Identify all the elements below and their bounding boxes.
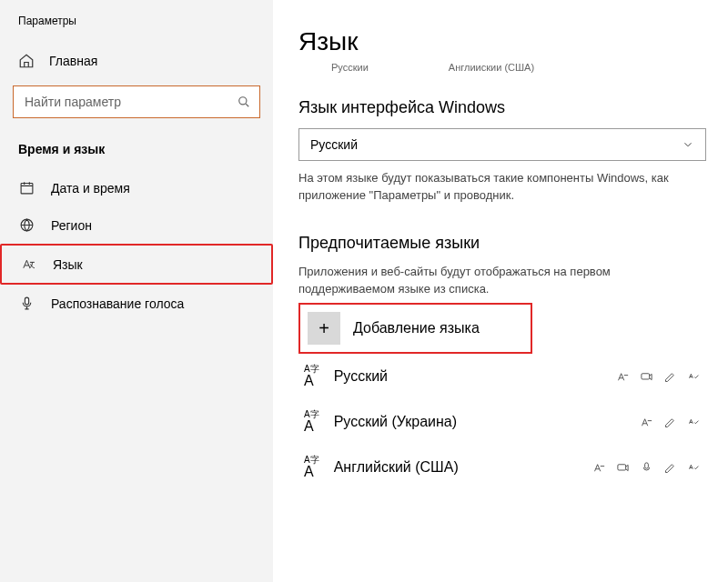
summary-left: Русскии bbox=[331, 62, 369, 73]
display-lang-badge-icon bbox=[592, 460, 606, 475]
add-language-button[interactable]: + Добавление языка bbox=[298, 303, 532, 354]
svg-rect-1 bbox=[21, 184, 33, 194]
app-title: Параметры bbox=[0, 9, 273, 44]
tts-badge-icon bbox=[615, 460, 630, 475]
search-input[interactable] bbox=[13, 85, 260, 118]
svg-rect-5 bbox=[617, 465, 625, 470]
microphone-icon bbox=[18, 296, 35, 311]
lang-name: Английский (США) bbox=[334, 459, 459, 476]
display-lang-select[interactable]: Русский bbox=[298, 128, 706, 161]
language-glyph-icon: A字A bbox=[304, 410, 319, 434]
sidebar-section-header: Время и язык bbox=[0, 135, 273, 169]
home-icon bbox=[18, 53, 35, 69]
handwriting-badge-icon bbox=[662, 415, 677, 429]
lang-item-english-us[interactable]: A字A Английский (США) bbox=[298, 445, 706, 490]
display-lang-header: Язык интерфейса Windows bbox=[298, 98, 706, 117]
sidebar-item-label: Распознавание голоса bbox=[51, 296, 184, 311]
add-language-label: Добавление языка bbox=[353, 320, 480, 336]
lang-name: Русский (Украина) bbox=[334, 414, 457, 430]
display-lang-badge-icon bbox=[639, 415, 653, 429]
language-summary: Русскии Англиискии (США) bbox=[331, 62, 706, 73]
svg-rect-4 bbox=[641, 374, 649, 379]
svg-rect-6 bbox=[644, 463, 648, 468]
sidebar-item-home[interactable]: Главная bbox=[0, 44, 273, 78]
lang-item-russian[interactable]: A字A Русский bbox=[298, 354, 706, 399]
speech-badge-icon bbox=[639, 460, 653, 475]
sidebar-item-label: Регион bbox=[51, 218, 92, 233]
lang-feature-badges bbox=[615, 369, 701, 384]
sidebar-item-region[interactable]: Регион bbox=[0, 206, 273, 244]
home-label: Главная bbox=[49, 54, 97, 68]
spellcheck-badge-icon bbox=[686, 369, 701, 384]
chevron-down-icon bbox=[682, 138, 694, 151]
svg-rect-3 bbox=[25, 297, 28, 305]
spellcheck-badge-icon bbox=[686, 415, 701, 429]
handwriting-badge-icon bbox=[662, 460, 677, 475]
search-wrap bbox=[13, 85, 260, 118]
plus-icon: + bbox=[308, 312, 340, 345]
language-icon bbox=[20, 256, 36, 272]
sidebar-item-speech[interactable]: Распознавание голоса bbox=[0, 285, 273, 322]
tts-badge-icon bbox=[639, 369, 653, 384]
handwriting-badge-icon bbox=[662, 369, 677, 384]
preferred-lang-header: Предпочитаемые языки bbox=[298, 234, 706, 253]
language-glyph-icon: A字A bbox=[304, 456, 319, 479]
display-lang-value: Русский bbox=[310, 137, 358, 152]
lang-feature-badges bbox=[639, 415, 701, 429]
spellcheck-badge-icon bbox=[686, 460, 701, 475]
main-content: Язык Русскии Англиискии (США) Язык интер… bbox=[273, 0, 728, 582]
preferred-lang-desc: Приложения и веб-сайты будут отображатьс… bbox=[298, 264, 706, 298]
calendar-icon bbox=[18, 180, 35, 196]
page-title: Язык bbox=[298, 27, 706, 56]
lang-feature-badges bbox=[592, 460, 701, 475]
sidebar-item-label: Язык bbox=[53, 257, 83, 272]
lang-item-russian-ukraine[interactable]: A字A Русский (Украина) bbox=[298, 399, 706, 445]
search-icon bbox=[238, 95, 250, 108]
summary-right: Англиискии (США) bbox=[449, 62, 534, 73]
sidebar: Параметры Главная Время и язык Дата и вр… bbox=[0, 0, 273, 582]
lang-name: Русский bbox=[334, 368, 388, 385]
globe-icon bbox=[18, 217, 35, 233]
sidebar-item-language[interactable]: Язык bbox=[0, 244, 273, 285]
search-field[interactable] bbox=[23, 94, 238, 110]
display-lang-badge-icon bbox=[615, 369, 630, 384]
language-glyph-icon: A字A bbox=[304, 365, 319, 388]
display-lang-desc: На этом языке будут показываться такие к… bbox=[298, 170, 706, 205]
sidebar-item-label: Дата и время bbox=[51, 181, 130, 196]
sidebar-item-datetime[interactable]: Дата и время bbox=[0, 169, 273, 206]
svg-point-0 bbox=[239, 97, 247, 105]
